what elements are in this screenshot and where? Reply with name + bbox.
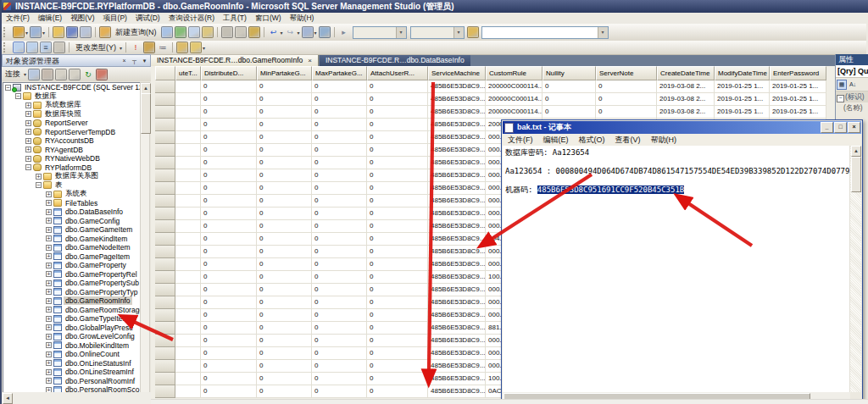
grid-cell[interactable]: 0 (312, 284, 367, 296)
grid-cell[interactable]: 0 (201, 322, 257, 335)
grid-cell[interactable]: 0 (257, 296, 312, 309)
grid-cell[interactable]: 0 (367, 258, 428, 271)
grid-column-header[interactable]: ModifyDateTime (715, 66, 770, 80)
verify-sql-syntax-icon[interactable] (143, 42, 155, 53)
grid-cell[interactable]: 485B6E53D8C9... (428, 347, 486, 360)
grid-cell[interactable]: 0 (312, 233, 367, 246)
grid-cell[interactable]: 485B6E53D8C9... (428, 258, 486, 271)
grid-cell[interactable]: 2019-01-25 1... (715, 93, 770, 106)
notepad-menu-item[interactable]: 帮助(H) (646, 134, 682, 146)
grid-cell[interactable]: 485B6E53D8C9... (428, 233, 486, 246)
notepad-menu-item[interactable]: 查看(V) (610, 134, 646, 146)
tree-expander-icon[interactable]: + (25, 129, 31, 135)
grid-cell[interactable]: 0 (367, 233, 428, 246)
grid-cell[interactable] (175, 284, 201, 296)
grid-column-header[interactable]: MaxPartakeG... (312, 66, 367, 80)
grid-cell[interactable] (175, 385, 201, 398)
disconnect-red-icon[interactable] (96, 69, 108, 80)
grid-cell[interactable]: 485B6E53D8C9... (428, 93, 486, 106)
grid-cell[interactable]: 0 (201, 271, 257, 284)
grid-column-header[interactable]: Nullity (542, 66, 596, 80)
grid-cell[interactable]: 0 (257, 106, 312, 119)
new-query-button[interactable]: 新建查询(N) (112, 25, 160, 39)
tree-vertical-scrollbar[interactable]: ▲ ▼ (140, 82, 150, 404)
debug-run-icon[interactable]: ▸ (338, 26, 350, 38)
grid-cell[interactable] (175, 144, 201, 157)
row-selector[interactable] (155, 246, 175, 258)
grid-cell[interactable]: 0 (312, 360, 367, 373)
grid-cell[interactable]: 0 (201, 208, 257, 220)
grid-column-header[interactable]: EnterPassword (770, 66, 826, 80)
tree-expander-icon[interactable]: + (46, 316, 52, 322)
grid-cell[interactable]: 0 (312, 208, 367, 220)
grid-cell[interactable]: 0 (312, 258, 367, 271)
grid-cell[interactable]: 485B6E53D8C9... (428, 195, 486, 208)
grid-cell[interactable]: 0 (312, 271, 367, 284)
dropdown-arrow-icon[interactable]: ▾ (42, 30, 45, 36)
tree-expander-icon[interactable]: + (46, 351, 52, 357)
tree-item[interactable]: −表 (3, 181, 140, 191)
tree-expander-icon[interactable]: + (46, 280, 52, 286)
tree-expander-icon[interactable]: + (46, 191, 52, 197)
row-selector[interactable] (155, 93, 175, 106)
tree-item[interactable]: −RYPlatformDB (3, 163, 140, 173)
row-selector[interactable] (155, 182, 175, 195)
tree-item[interactable]: −数据库 (3, 92, 140, 102)
tree-expander-icon[interactable]: + (25, 156, 31, 162)
tree-item[interactable]: +dbo.GamePropertyTyp (3, 288, 140, 297)
tree-item[interactable]: +dbo.OnLineStatusInf (3, 359, 140, 368)
tree-expander-icon[interactable]: − (36, 182, 42, 188)
grid-cell[interactable]: 0 (312, 322, 367, 335)
tree-expander-icon[interactable]: + (46, 307, 52, 313)
show-sql-pane-icon[interactable]: ≡ (40, 42, 52, 53)
row-selector[interactable] (155, 347, 175, 360)
grid-cell[interactable]: 0 (257, 131, 312, 144)
grid-cell[interactable] (175, 246, 201, 258)
tree-item[interactable]: +dbo.GameRoomInfo (3, 296, 140, 306)
grid-cell[interactable]: 0 (257, 347, 312, 360)
grid-cell[interactable]: 485B6E53D8C9... (428, 246, 486, 258)
grid-cell[interactable]: 0 (312, 169, 367, 182)
grid-cell[interactable]: 0 (201, 80, 257, 93)
grid-cell[interactable]: 0 (312, 182, 367, 195)
menu-item[interactable]: 编辑(E) (34, 13, 66, 24)
grid-cell[interactable]: 0 (367, 144, 428, 157)
row-selector[interactable] (155, 157, 175, 169)
change-type-button[interactable]: 更改类型(Y) (72, 41, 120, 54)
grid-cell[interactable] (175, 157, 201, 169)
analysis-services-query-icon[interactable] (175, 26, 186, 38)
grid-cell[interactable]: 485B6E53D8C9... (428, 284, 486, 296)
grid-cell[interactable]: 0 (257, 182, 312, 195)
tree-horizontal-scrollbar[interactable]: ◄ (2, 392, 151, 404)
open-file-icon[interactable] (53, 26, 64, 38)
tree-expander-icon[interactable]: + (46, 369, 52, 375)
row-selector[interactable] (155, 195, 175, 208)
grid-column-header[interactable]: CustomRule (486, 66, 542, 80)
grid-cell[interactable]: 0 (312, 93, 367, 106)
grid-cell[interactable]: 0 (257, 195, 312, 208)
database-engine-query-icon[interactable] (161, 26, 173, 38)
dropdown-arrow-icon[interactable]: ▾ (24, 71, 26, 77)
close-icon[interactable]: × (848, 122, 860, 133)
grid-cell[interactable]: 485B6E53D8C9... (428, 385, 486, 398)
grid-cell[interactable] (175, 296, 201, 309)
tree-item[interactable]: +数据库快照 (3, 110, 140, 119)
row-selector[interactable] (155, 258, 175, 271)
tree-item[interactable]: +dbo.OnlineCount (3, 350, 140, 359)
grid-cell[interactable]: 0 (201, 220, 257, 233)
maximize-icon[interactable]: □ (834, 122, 847, 133)
row-selector[interactable] (155, 131, 175, 144)
grid-cell[interactable] (175, 182, 201, 195)
properties-name-row[interactable]: (名称) (836, 102, 868, 113)
tree-expander-icon[interactable]: + (46, 200, 52, 206)
new-query-icon[interactable] (99, 26, 111, 38)
tree-item[interactable]: +RYNativeWebDB (3, 154, 140, 163)
grid-cell[interactable]: 0 (201, 106, 257, 119)
tree-item[interactable]: +dbo.GameTypeItem (3, 314, 140, 324)
grid-cell[interactable] (175, 208, 201, 220)
show-diagram-pane-icon[interactable] (13, 42, 25, 53)
tree-item[interactable]: +系统表 (3, 190, 140, 199)
grid-cell[interactable] (175, 106, 201, 119)
grid-cell[interactable]: 2019-03-08 2... (657, 106, 715, 119)
tree-item[interactable]: +dbo.PersonalRoomInf (3, 377, 140, 386)
